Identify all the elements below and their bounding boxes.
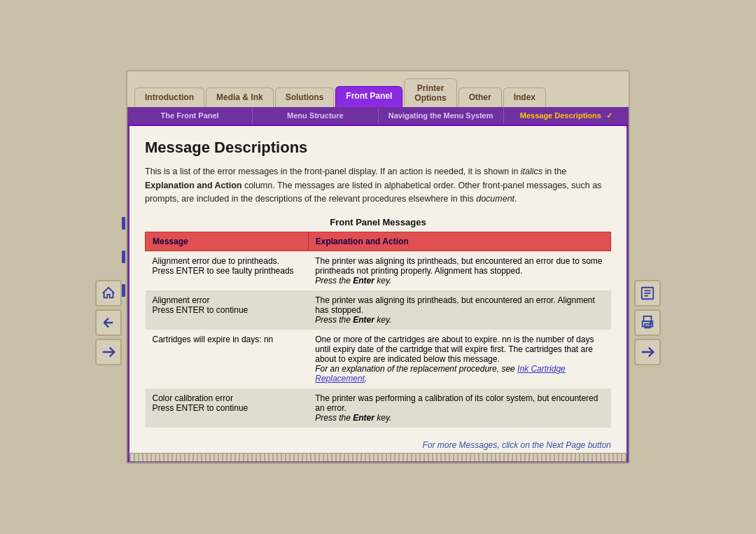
row4-explanation: The printer was performing a calibration… [308,388,610,428]
col-header-message: Message [146,232,309,251]
home-button[interactable] [95,280,122,307]
right-nav-buttons [634,280,661,365]
intro-paragraph: This is a list of the error messages in … [145,165,611,206]
scroll-decoration [127,453,629,463]
tab-media-ink[interactable]: Media & Ink [206,87,274,108]
table-row: Color calibration error Press ENTER to c… [146,388,611,428]
row3-explanation: One or more of the cartridges are about … [308,330,610,388]
tab-index[interactable]: Index [503,87,546,108]
print-button[interactable] [634,309,661,336]
sub-tab-menu-structure[interactable]: Menu Structure [253,107,378,125]
sub-tab-front-panel[interactable]: The Front Panel [127,107,253,125]
row3-message: Cartridges will expire in days: nn [146,330,309,388]
marker-1 [122,217,125,230]
left-markers [122,217,125,297]
next-button[interactable] [634,339,661,365]
table-title: Front Panel Messages [145,217,611,227]
row1-explanation: The printer was aligning its printheads,… [308,251,610,291]
tab-printer-options[interactable]: PrinterOptions [404,78,456,108]
row2-explanation: The printer was aligning its printheads,… [308,290,610,330]
page-title: Message Descriptions [145,139,611,157]
tab-solutions[interactable]: Solutions [275,87,335,108]
main-content: Message Descriptions This is a list of t… [127,126,629,436]
table-row: Cartridges will expire in days: nn One o… [146,330,611,388]
row2-message: Alignment error Press ENTER to continue [146,290,309,330]
row4-message: Color calibration error Press ENTER to c… [146,388,309,428]
table-row: Alignment error Press ENTER to continue … [146,290,611,330]
tab-introduction[interactable]: Introduction [134,87,204,108]
tab-bar: Introduction Media & Ink Solutions Front… [127,78,629,108]
tab-other[interactable]: Other [458,87,502,108]
message-table: Message Explanation and Action Alignment… [145,232,611,428]
row1-message: Alignment error due to printheads. Press… [146,251,309,291]
back-button[interactable] [95,309,122,336]
table-row: Alignment error due to printheads. Press… [146,251,611,291]
main-window: Introduction Media & Ink Solutions Front… [126,70,630,465]
list-button[interactable] [634,280,661,307]
marker-2 [122,251,125,263]
svg-point-6 [650,323,652,324]
sub-tab-navigating[interactable]: Navigating the Menu System [379,107,504,125]
table-header-row: Message Explanation and Action [146,232,611,251]
svg-rect-4 [644,316,652,321]
ink-cartridge-link[interactable]: Ink Cartridge Replacement [315,364,566,384]
sub-tab-bar: The Front Panel Menu Structure Navigatin… [127,107,629,126]
forward-left-button[interactable] [95,339,122,365]
tab-front-panel[interactable]: Front Panel [335,86,402,108]
checkmark-icon: ✓ [606,111,612,120]
footer-note: For more Messages, click on the Next Pag… [127,436,629,453]
left-nav-buttons [95,280,122,365]
col-header-explanation: Explanation and Action [308,232,610,251]
sub-tab-message-descriptions[interactable]: Message Descriptions ✓ [504,107,629,125]
marker-3 [122,284,125,297]
